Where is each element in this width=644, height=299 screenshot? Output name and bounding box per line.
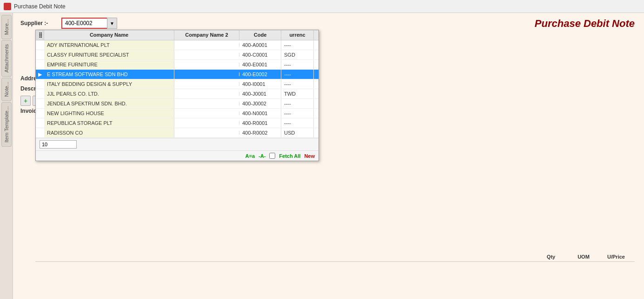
cell-company: CLASSY FURNITURE SPECIALIST	[44, 50, 174, 59]
dropdown-row[interactable]: NEW LIGHTING HOUSE400-N0001----	[36, 109, 319, 118]
supplier-row: Supplier :- ▼	[20, 18, 637, 29]
dropdown-body: ADY INTERNATIONAL PLT400-A0001----CLASSY…	[36, 40, 319, 138]
cell-company2	[174, 102, 239, 105]
cell-currency: ----	[281, 60, 314, 69]
cell-currency: ----	[281, 40, 314, 50]
new-button[interactable]: New	[304, 153, 315, 159]
dropdown-row[interactable]: ▶E STREAM SOFTWARE SDN BHD400-E0002----	[36, 70, 319, 79]
cell-company2	[174, 63, 239, 66]
cell-code: 400-I0001	[239, 79, 281, 89]
dropdown-row[interactable]: JENDELA SPEKTRUM SDN. BHD.400-J0002----	[36, 99, 319, 109]
dropdown-row[interactable]: ITALY BEDDING DESIGN & SUPPLY400-I0001--…	[36, 79, 319, 89]
cell-currency: TWD	[281, 89, 314, 98]
dropdown-row[interactable]: JJL PEARLS CO. LTD.400-J0001TWD	[36, 89, 319, 99]
main-table-header: Qty UOM U/Price	[35, 252, 635, 262]
cell-company: EMPIRE FURNITURE	[44, 60, 174, 69]
cell-company2	[174, 92, 239, 96]
cell-code: 400-C0001	[239, 50, 281, 59]
row-indicator: ▶	[36, 72, 44, 78]
supplier-label: Supplier :-	[20, 20, 58, 26]
fetch-all-label[interactable]: Fetch All	[279, 153, 300, 159]
cell-currency: SGD	[281, 50, 314, 59]
dash-link[interactable]: -A-	[259, 153, 266, 159]
left-sidebar: More... Attachments Note... Item Templat…	[0, 13, 13, 299]
cell-company: REPUBLICA STORAGE PLT	[44, 118, 174, 128]
cell-currency: USD	[281, 128, 314, 137]
dropdown-header: ⣿ Company Name Company Name 2 Code urren…	[36, 30, 319, 40]
cell-company2	[174, 53, 239, 57]
cell-code: 400-J0001	[239, 89, 281, 98]
cell-code: 400-E0001	[239, 60, 281, 69]
col-uom: UOM	[570, 252, 598, 261]
dropdown-row[interactable]: REPUBLICA STORAGE PLT400-R0001----	[36, 118, 319, 128]
dropdown-row[interactable]: EMPIRE FURNITURE400-E0001----	[36, 60, 319, 70]
col-header-company: Company Name	[44, 30, 174, 40]
cell-company: ADY INTERNATIONAL PLT	[44, 40, 174, 50]
dropdown-row[interactable]: RADISSON CO400-R0002USD	[36, 128, 319, 138]
cell-company: JENDELA SPEKTRUM SDN. BHD.	[44, 99, 174, 108]
title-bar-text: Purchase Debit Note	[14, 3, 66, 10]
aeqa-link[interactable]: A=a	[246, 153, 255, 159]
sidebar-tab-attachments[interactable]: Attachments	[1, 40, 12, 77]
dropdown-row[interactable]: CLASSY FURNITURE SPECIALIST400-C0001SGD	[36, 50, 319, 60]
cell-company2	[174, 121, 239, 125]
cell-code: 400-R0002	[239, 128, 281, 137]
cell-company2	[174, 111, 239, 115]
cell-company2	[174, 131, 239, 135]
add-button[interactable]: +	[20, 96, 31, 106]
cell-code: 400-J0002	[239, 99, 281, 108]
sidebar-tab-item-template[interactable]: Item Template...	[1, 102, 12, 147]
supplier-dropdown-arrow[interactable]: ▼	[107, 18, 117, 29]
cell-currency: ----	[281, 109, 314, 118]
cell-company: ITALY BEDDING DESIGN & SUPPLY	[44, 79, 174, 89]
count-input[interactable]	[40, 140, 77, 149]
cell-currency: ----	[281, 99, 314, 108]
cell-currency: ----	[281, 118, 314, 128]
cell-code: 400-R0001	[239, 118, 281, 128]
cell-company: NEW LIGHTING HOUSE	[44, 109, 174, 118]
cell-currency: ----	[281, 70, 314, 79]
col-header-currency: urrenc	[281, 30, 314, 40]
sidebar-tab-more[interactable]: More...	[1, 15, 12, 39]
cell-currency: ----	[281, 79, 314, 89]
cell-code: 400-N0001	[239, 109, 281, 118]
col-header-company2: Company Name 2	[174, 30, 239, 40]
cell-company: RADISSON CO	[44, 128, 174, 137]
cell-company: JJL PEARLS CO. LTD.	[44, 89, 174, 98]
cell-company: E STREAM SOFTWARE SDN BHD	[44, 70, 174, 79]
cell-company2	[174, 72, 239, 76]
col-header-code: Code	[239, 30, 281, 40]
cell-company2	[174, 82, 239, 86]
resize-handle: ⣿	[36, 30, 44, 40]
supplier-input-wrapper[interactable]: ▼	[61, 18, 117, 29]
main-content: Purchase Debit Note Supplier :- ▼ ⣿ Comp…	[13, 13, 644, 299]
cell-company2	[174, 43, 239, 47]
dropdown-row[interactable]: ADY INTERNATIONAL PLT400-A0001----	[36, 40, 319, 50]
fetch-all-checkbox[interactable]	[269, 153, 275, 159]
cell-code: 400-A0001	[239, 40, 281, 50]
dropdown-footer-count	[36, 138, 319, 150]
col-qty: Qty	[532, 252, 570, 261]
cell-code: 400-E0002	[239, 70, 281, 79]
title-bar: Purchase Debit Note	[0, 0, 644, 13]
supplier-dropdown: ⣿ Company Name Company Name 2 Code urren…	[35, 30, 319, 161]
sidebar-tab-note[interactable]: Note...	[1, 78, 12, 101]
dropdown-footer-actions: A=a -A- Fetch All New	[36, 150, 319, 161]
col-uprice: U/Price	[598, 252, 635, 261]
app-icon	[4, 3, 11, 10]
